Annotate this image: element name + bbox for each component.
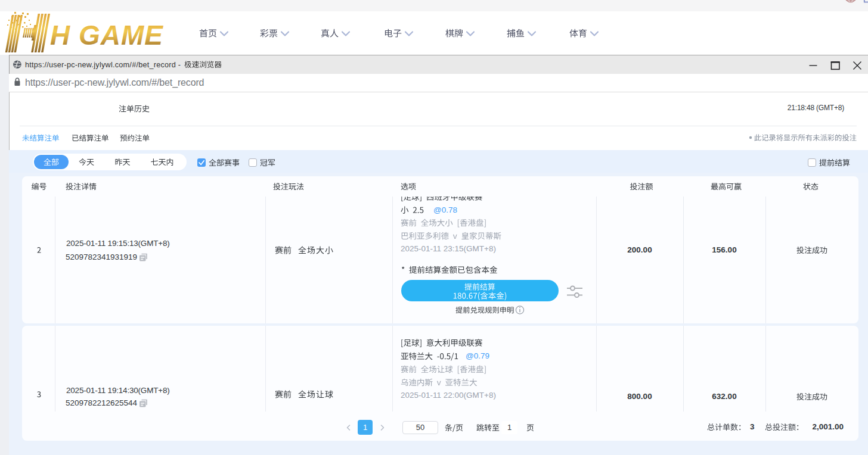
svg-text:H GAME: H GAME bbox=[50, 20, 163, 51]
